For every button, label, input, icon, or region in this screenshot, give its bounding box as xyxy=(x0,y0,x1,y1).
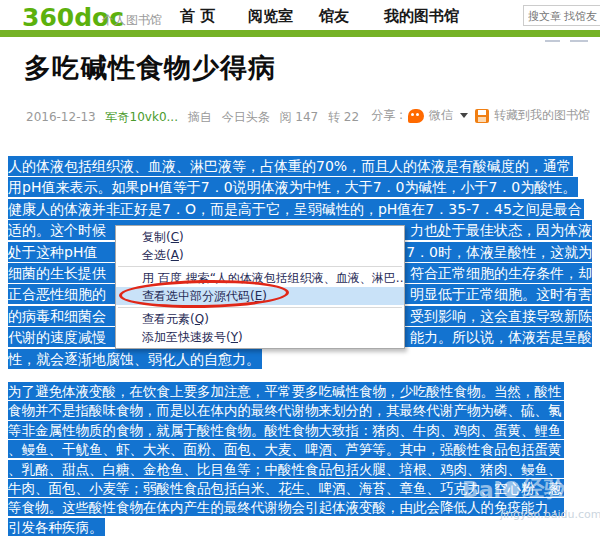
menu-item-inspect-element[interactable]: 查看元素(Q) xyxy=(116,310,404,328)
menu-item-add-speed-dial[interactable]: 添加至快速拨号(Y) xyxy=(116,328,404,346)
selected-text-line: 健康人的体液并非正好是7．O，而是高于它，呈弱碱性的，pH值在7．35-7．45… xyxy=(8,199,584,219)
selected-text-fragment-left: 处于这种pH值 xyxy=(8,244,97,260)
selected-text-fragment-right: 能力。所以说，体液若是呈酸 xyxy=(410,327,592,347)
selected-text-line: 人的体液包括组织液、血液、淋巴液等，占体重的70%，而且人的体液是有酸碱度的，通… xyxy=(8,156,573,176)
search-input[interactable] xyxy=(523,5,600,26)
article-meta: 2016-12-13 军奇10vk0... 摘自 今日头条 阅 147 转 22 xyxy=(26,109,365,126)
selected-text-fragment-right: 力也处于最佳状态，因为体液 xyxy=(410,220,592,240)
article-author-link[interactable]: 军奇10vk0... xyxy=(106,110,178,124)
nav-item-friends[interactable]: 馆友 xyxy=(319,7,349,26)
selected-text-fragment-left: 细菌的生长提供 xyxy=(8,265,106,281)
header-divider-bar xyxy=(0,30,600,37)
selected-text-line: 牛肉、面包、小麦等；弱酸性食品包括白米、花生、啤酒、海苔、章鱼、巧克力、空心粉、… xyxy=(8,479,564,497)
selected-text-line: 性，就会逐渐地腐蚀、弱化人的自愈力。 xyxy=(8,349,262,369)
selected-text-fragment-left: 适的。这个时候 xyxy=(8,222,106,238)
selected-text-line: 为了避免体液变酸，在饮食上要多加注意，平常要多吃碱性食物，少吃酸性食物。当然，酸… xyxy=(8,382,564,400)
save-to-library-button[interactable]: 转藏到我的图书馆 xyxy=(494,107,590,124)
views-count: 阅 147 xyxy=(279,110,318,124)
selected-text-fragment-left: 正合恶性细胞的 xyxy=(8,286,106,302)
menu-item-search-baidu[interactable]: 用 百度 搜索“人的体液包括组织液、血液、淋巴...”(S) xyxy=(116,269,404,287)
selected-text-line: 等食物。这些酸性食物在体内产生的最终代谢物会引起体液变酸，由此会降低人的免疫能力… xyxy=(8,498,564,516)
nav-item-home[interactable]: 首 页 xyxy=(180,7,215,26)
article-date: 2016-12-13 xyxy=(26,110,96,124)
nav-item-reading-room[interactable]: 阅览室 xyxy=(248,7,293,26)
selected-text-line: 引发各种疾病。 xyxy=(8,518,105,536)
gray-dash xyxy=(545,40,560,42)
menu-item-view-selection-source[interactable]: 查看选中部分源代码(E) xyxy=(116,287,404,305)
menu-item-select-all[interactable]: 全选(A) xyxy=(116,246,404,264)
site-header: 360doc 个人图书馆 首 页 阅览室 馆友 我的图书馆 xyxy=(0,0,600,31)
selected-text-fragment-right: 受到影响，这会直接导致新陈 xyxy=(410,306,592,326)
save-icon[interactable] xyxy=(475,109,489,123)
nav-item-my-library[interactable]: 我的图书馆 xyxy=(384,7,459,26)
article-source: 今日头条 xyxy=(222,110,270,124)
menu-item-copy[interactable]: 复制(C) xyxy=(116,228,404,246)
menu-separator xyxy=(118,266,402,267)
selected-text-fragment-left: 代谢的速度减慢 xyxy=(8,329,106,345)
menu-separator xyxy=(118,307,402,308)
page: 360doc 个人图书馆 首 页 阅览室 馆友 我的图书馆 多吃碱性食物少得病 … xyxy=(0,0,600,537)
selected-text-line: 、乳酪、甜点、白糖、金枪鱼、比目鱼等；中酸性食品包括火腿、培根、鸡肉、猪肉、鳗鱼… xyxy=(8,460,564,478)
site-logo-suffix: 个人图书馆 xyxy=(102,12,162,29)
selected-text-fragment-right: 符合正常细胞的生存条件，却 xyxy=(410,263,592,283)
selected-text-fragment-left: 的病毒和细菌会 xyxy=(8,308,106,324)
selected-text-line: 用pH值来表示。如果pH值等于7．0说明体液为中性，大于7．0为碱性，小于7．0… xyxy=(8,177,578,197)
share-label: 分享 : xyxy=(371,107,403,124)
selected-paragraph-2: 为了避免体液变酸，在饮食上要多加注意，平常要多吃碱性食物，少吃酸性食物。当然，酸… xyxy=(8,382,592,537)
reposts-count: 转 22 xyxy=(328,110,359,124)
context-menu: 复制(C)全选(A)用 百度 搜索“人的体液包括组织液、血液、淋巴...”(S)… xyxy=(115,225,405,349)
chevron-down-icon[interactable] xyxy=(460,113,468,118)
wechat-share-button[interactable]: 微信 xyxy=(429,107,453,124)
source-label: 摘自 xyxy=(188,110,212,124)
selected-text-line: 食物并不是指酸味食物，而是以在体内的最终代谢物来划分的，其最终代谢产物为磷、硫、… xyxy=(8,401,564,419)
selected-text-line: 、鳗鱼、干鱿鱼、虾、大米、面粉、面包、大麦、啤酒、芦笋等。其中，强酸性食品包括蛋… xyxy=(8,440,564,458)
share-bar: 分享 : 微信 转藏到我的图书馆 xyxy=(371,107,590,124)
selected-text-fragment-right: 7．0时，体液呈酸性，这就为 xyxy=(406,242,592,262)
wechat-icon[interactable] xyxy=(408,109,424,123)
page-title: 多吃碱性食物少得病 xyxy=(24,50,276,86)
gray-dash xyxy=(570,40,588,42)
selected-text-fragment-right: 明显低于正常细胞。这时有害 xyxy=(410,284,592,304)
selected-text-line: 等非金属性物质的食物，就属于酸性食物。酸性食物大致指：猪肉、牛肉、鸡肉、蛋黄、鲤… xyxy=(8,421,564,439)
